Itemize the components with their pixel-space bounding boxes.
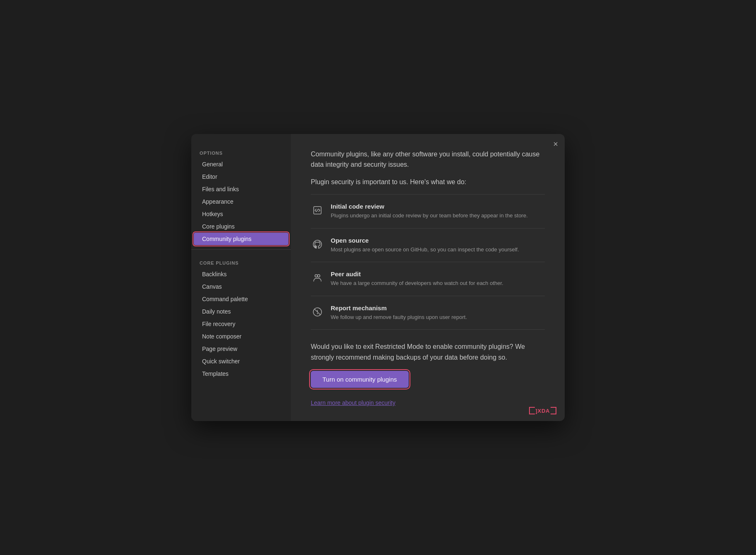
feature-report-mechanism: Report mechanism We follow up and remove… <box>311 296 545 330</box>
cta-section: Would you like to exit Restricted Mode t… <box>311 341 545 406</box>
feature-title-report-mechanism: Report mechanism <box>331 304 467 312</box>
feature-content-peer-audit: Peer audit We have a large community of … <box>331 270 503 287</box>
close-button[interactable]: × <box>553 140 558 148</box>
sidebar-item-general[interactable]: General <box>194 158 288 170</box>
feature-desc-code-review: Plugins undergo an initial code review b… <box>331 212 528 220</box>
svg-line-1 <box>317 209 318 212</box>
options-label: Options <box>191 144 291 158</box>
feature-desc-peer-audit: We have a large community of developers … <box>331 279 503 287</box>
feature-content-code-review: Initial code review Plugins undergo an i… <box>331 203 528 220</box>
learn-more-link[interactable]: Learn more about plugin security <box>311 399 545 406</box>
feature-open-source: Open source Most plugins are open source… <box>311 229 545 263</box>
xda-logo: ]XDA <box>529 407 556 414</box>
sidebar-item-community-plugins[interactable]: Community plugins <box>194 233 288 245</box>
security-title: Plugin security is important to us. Here… <box>311 178 545 186</box>
intro-text: Community plugins, like any other softwa… <box>311 149 545 170</box>
svg-point-3 <box>317 275 320 277</box>
feature-peer-audit: Peer audit We have a large community of … <box>311 262 545 296</box>
sidebar-divider <box>191 249 291 250</box>
sidebar-item-hotkeys[interactable]: Hotkeys <box>194 208 288 220</box>
xda-text: ]XDA <box>536 408 550 414</box>
sidebar-item-note-composer[interactable]: Note composer <box>194 330 288 343</box>
feature-title-code-review: Initial code review <box>331 203 528 210</box>
feature-title-peer-audit: Peer audit <box>331 270 503 278</box>
cta-text: Would you like to exit Restricted Mode t… <box>311 341 545 363</box>
sidebar-item-core-plugins[interactable]: Core plugins <box>194 220 288 233</box>
feature-initial-code-review: Initial code review Plugins undergo an i… <box>311 195 545 229</box>
feature-desc-report-mechanism: We follow up and remove faulty plugins u… <box>331 313 467 321</box>
turn-on-community-plugins-button[interactable]: Turn on community plugins <box>311 371 409 388</box>
sidebar-item-appearance[interactable]: Appearance <box>194 195 288 208</box>
feature-list: Initial code review Plugins undergo an i… <box>311 194 545 330</box>
svg-point-6 <box>317 313 318 314</box>
svg-point-2 <box>315 275 317 277</box>
report-icon <box>311 305 324 319</box>
sidebar-item-page-preview[interactable]: Page preview <box>194 343 288 355</box>
github-icon <box>311 238 324 251</box>
sidebar-item-daily-notes[interactable]: Daily notes <box>194 305 288 318</box>
sidebar: Options General Editor Files and links A… <box>191 134 291 421</box>
feature-title-open-source: Open source <box>331 237 519 244</box>
sidebar-item-templates[interactable]: Templates <box>194 368 288 380</box>
sidebar-item-file-recovery[interactable]: File recovery <box>194 318 288 330</box>
sidebar-item-canvas[interactable]: Canvas <box>194 280 288 293</box>
sidebar-item-editor[interactable]: Editor <box>194 170 288 183</box>
core-plugins-label: Core plugins <box>191 254 291 268</box>
xda-branding: ]XDA <box>529 407 556 414</box>
xda-bracket-right <box>551 407 556 414</box>
code-review-icon <box>311 204 324 217</box>
main-content: Community plugins, like any other softwa… <box>291 134 565 421</box>
sidebar-item-backlinks[interactable]: Backlinks <box>194 268 288 280</box>
settings-modal: × Options General Editor Files and links… <box>191 134 565 421</box>
xda-bracket-left <box>529 407 535 414</box>
feature-desc-open-source: Most plugins are open source on GitHub, … <box>331 246 519 254</box>
peer-audit-icon <box>311 271 324 285</box>
feature-content-report-mechanism: Report mechanism We follow up and remove… <box>331 304 467 321</box>
sidebar-item-command-palette[interactable]: Command palette <box>194 293 288 305</box>
sidebar-item-files-and-links[interactable]: Files and links <box>194 183 288 195</box>
feature-content-open-source: Open source Most plugins are open source… <box>331 237 519 254</box>
sidebar-item-quick-switcher[interactable]: Quick switcher <box>194 355 288 368</box>
